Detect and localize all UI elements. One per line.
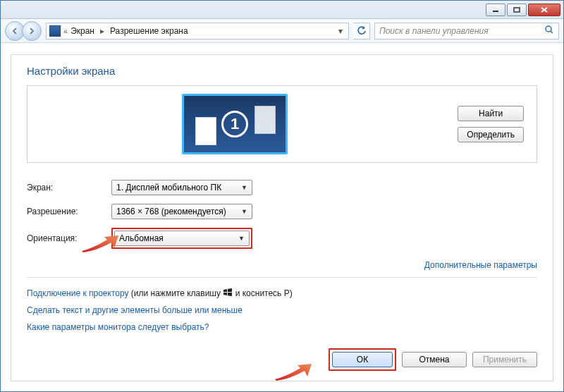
- annotation-arrow: [272, 362, 314, 382]
- page-title: Настройки экрана: [27, 65, 537, 77]
- chevron-down-icon: ▼: [241, 208, 247, 215]
- resolution-select[interactable]: 1366 × 768 (рекомендуется) ▼: [111, 204, 252, 219]
- forward-button[interactable]: [22, 21, 42, 41]
- breadcrumb-item-resolution[interactable]: Разрешение экрана: [110, 26, 188, 36]
- breadcrumb-root: «: [63, 27, 68, 35]
- maximize-button[interactable]: [507, 4, 527, 16]
- ok-button[interactable]: ОК: [332, 352, 393, 367]
- search-placeholder: Поиск в панели управления: [379, 26, 489, 36]
- windows-key-icon: [223, 288, 233, 296]
- display-label: Экран:: [27, 183, 111, 192]
- dialog-buttons: ОК Отмена Применить: [329, 348, 537, 371]
- resolution-label: Разрешение:: [27, 207, 111, 216]
- projector-hint-pre: (или нажмите клавишу: [129, 288, 223, 298]
- apply-button[interactable]: Применить: [472, 352, 537, 367]
- monitor-params-link[interactable]: Какие параметры монитора следует выбрать…: [27, 322, 537, 332]
- svg-rect-1: [514, 8, 520, 12]
- minimize-button[interactable]: [486, 4, 505, 16]
- breadcrumb-item-display[interactable]: Экран: [70, 26, 94, 36]
- orientation-select[interactable]: Альбомная ▼: [114, 231, 250, 246]
- svg-line-5: [551, 31, 553, 33]
- cancel-button[interactable]: Отмена: [402, 352, 467, 367]
- orientation-highlight: Альбомная ▼: [111, 228, 252, 249]
- projector-link[interactable]: Подключение к проектору: [27, 288, 129, 298]
- search-icon: [544, 25, 554, 37]
- breadcrumb[interactable]: « Экран ▸ Разрешение экрана ▾: [46, 23, 349, 39]
- chevron-right-icon[interactable]: ▸: [97, 26, 107, 36]
- identify-button[interactable]: Определить: [458, 127, 524, 142]
- ok-highlight: ОК: [329, 348, 396, 371]
- window: « Экран ▸ Разрешение экрана ▾ Поиск в па…: [0, 0, 564, 392]
- refresh-button[interactable]: [353, 23, 370, 39]
- search-input[interactable]: Поиск в панели управления: [374, 23, 559, 39]
- monitor-number: 1: [221, 111, 248, 137]
- display-preview-box: 1 Найти Определить: [27, 85, 537, 163]
- chevron-down-icon: ▼: [238, 235, 245, 242]
- divider: [27, 277, 537, 278]
- projector-hint-post: и коснитесь P): [233, 288, 292, 298]
- navbar: « Экран ▸ Разрешение экрана ▾ Поиск в па…: [1, 19, 563, 43]
- monitor-preview[interactable]: 1: [40, 94, 429, 154]
- nav-back-forward: [5, 21, 42, 41]
- titlebar: [1, 1, 563, 19]
- advanced-params-link[interactable]: Дополнительные параметры: [424, 260, 537, 270]
- close-button[interactable]: [528, 4, 560, 16]
- breadcrumb-dropdown[interactable]: ▾: [336, 26, 345, 36]
- resolution-value: 1366 × 768 (рекомендуется): [116, 207, 226, 216]
- display-select[interactable]: 1. Дисплей мобильного ПК ▼: [111, 180, 252, 195]
- content-panel: Настройки экрана 1 Найти Определить Экра…: [11, 54, 553, 381]
- annotation-arrow: [79, 234, 121, 254]
- control-panel-icon: [49, 25, 61, 37]
- help-links: Подключение к проектору (или нажмите кла…: [27, 288, 537, 332]
- text-size-link[interactable]: Сделать текст и другие элементы больше и…: [27, 305, 537, 315]
- display-value: 1. Дисплей мобильного ПК: [116, 183, 221, 192]
- svg-point-4: [546, 26, 551, 32]
- orientation-value: Альбомная: [119, 233, 164, 243]
- chevron-down-icon: ▼: [241, 184, 247, 191]
- find-button[interactable]: Найти: [458, 106, 524, 121]
